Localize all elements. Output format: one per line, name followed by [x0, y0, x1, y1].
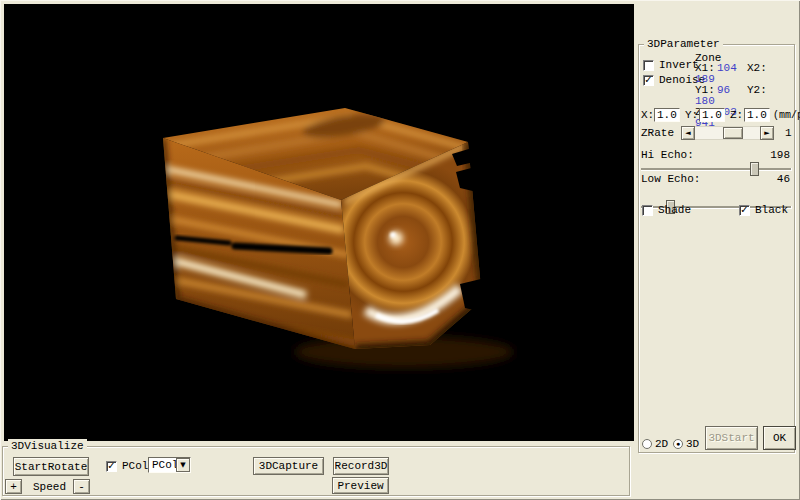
denoise-checkbox-box[interactable]: ✓ [643, 75, 654, 86]
x-scale-input[interactable] [654, 108, 680, 122]
radio-dot-icon: ● [676, 441, 680, 448]
z-scale-input[interactable] [744, 108, 770, 122]
low-echo-value: 46 [777, 173, 790, 185]
zrate-scroll-thumb[interactable] [723, 127, 743, 139]
visualize-groupbox-title: 3DVisualize [8, 439, 87, 453]
3dcapture-button[interactable]: 3DCapture [253, 457, 324, 475]
speed-minus-button[interactable]: - [73, 479, 90, 494]
shade-label: Shade [658, 204, 691, 216]
3d-volume-render [4, 4, 634, 441]
pcolor-dropdown[interactable]: PColor ▼ [148, 457, 191, 473]
invert-checkbox-box[interactable] [643, 60, 654, 71]
zrate-scroll-left-button[interactable]: ◄ [681, 126, 695, 140]
shade-checkbox-box[interactable] [642, 205, 653, 216]
zone-y1-value: 96 [717, 85, 747, 96]
mode-2d-radio[interactable]: 2D [642, 438, 668, 450]
visualize-groupbox: 3DVisualize StartRotate + Speed - ✓ PCol… [2, 446, 630, 496]
black-label: Black [755, 204, 788, 216]
invert-checkbox[interactable]: Invert [643, 59, 699, 71]
zrate-row: ZRate ◄ ► 1 [641, 126, 792, 140]
ok-button[interactable]: OK [763, 426, 796, 450]
scroll-left-icon: ◄ [685, 129, 690, 137]
mode-2d-label: 2D [655, 438, 668, 450]
start-rotate-button[interactable]: StartRotate [13, 457, 89, 476]
parameter-groupbox-title: 3DParameter [644, 37, 723, 51]
y-scale-label: Y: [685, 109, 699, 121]
y-scale-input[interactable] [699, 108, 725, 122]
zone-x1-value: 104 [717, 63, 747, 74]
mode-2d-radio-circle[interactable] [642, 439, 652, 449]
app-window: { "app": { "background_color": "#ece9d8"… [0, 0, 800, 500]
hi-echo-value: 198 [770, 149, 790, 161]
low-echo-label: Low Echo: [641, 173, 700, 185]
zone-y2-label: Y2: [747, 85, 769, 96]
pcolor-dropdown-button[interactable]: ▼ [176, 458, 190, 472]
scale-row: X: Y: Z: (mm/p) [641, 108, 800, 122]
parameter-groupbox: 3DParameter Invert ✓ Denoise Zone X1:104… [638, 44, 795, 453]
denoise-check-icon: ✓ [644, 75, 652, 85]
black-checkbox[interactable]: ✓ Black [739, 204, 788, 216]
mode-3d-label: 3D [686, 438, 699, 450]
chevron-down-icon: ▼ [180, 461, 185, 469]
black-check-icon: ✓ [740, 205, 748, 215]
pcolor-checkbox-box[interactable]: ✓ [106, 461, 117, 472]
zrate-scroll-right-button[interactable]: ► [760, 126, 774, 140]
z-scale-label: Z: [730, 109, 744, 121]
3dstart-button[interactable]: 3DStart [705, 426, 758, 450]
scroll-right-icon: ► [764, 129, 769, 137]
invert-label: Invert [659, 59, 699, 71]
speed-plus-button[interactable]: + [5, 479, 22, 494]
zrate-scroll-track[interactable] [695, 126, 760, 140]
zrate-scrollbar[interactable]: ◄ ► [681, 126, 774, 140]
mode-3d-radio-circle[interactable]: ● [673, 439, 683, 449]
scale-unit-label: (mm/p) [773, 110, 800, 121]
mode-3d-radio[interactable]: ● 3D [673, 438, 699, 450]
hi-echo-label-row: Hi Echo: 198 [641, 149, 793, 161]
low-echo-label-row: Low Echo: 46 [641, 173, 793, 185]
x-scale-label: X: [641, 109, 654, 121]
zone-row-y: Y1:96Y2:180 [695, 85, 794, 107]
shade-checkbox[interactable]: Shade [642, 204, 691, 216]
render-viewport[interactable] [4, 4, 634, 441]
zone-row-x: X1:104X2:189 [695, 63, 794, 85]
preview-button[interactable]: Preview [332, 477, 389, 494]
zrate-label: ZRate [641, 127, 676, 139]
hi-echo-label: Hi Echo: [641, 149, 694, 161]
zrate-value: 1 [785, 127, 792, 139]
zone-x2-label: X2: [747, 63, 769, 74]
black-checkbox-box[interactable]: ✓ [739, 205, 750, 216]
speed-label: Speed [33, 481, 66, 493]
pcolor-check-icon: ✓ [107, 461, 115, 471]
hi-echo-slider-track [641, 168, 792, 171]
pcolor-dropdown-value: PColor [149, 458, 176, 472]
record3d-button[interactable]: Record3D [333, 457, 389, 475]
